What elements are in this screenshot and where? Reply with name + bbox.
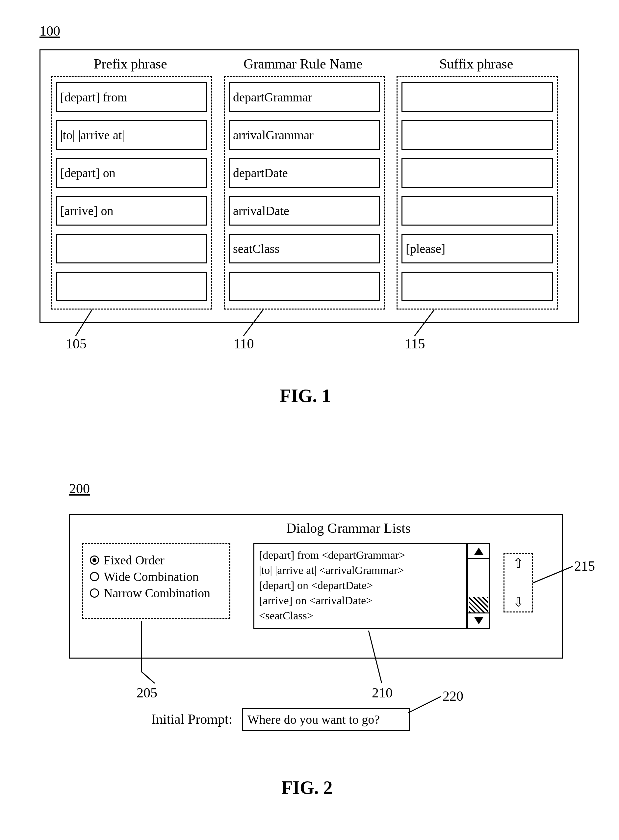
svg-line-6 bbox=[533, 566, 573, 583]
callout-205: 205 bbox=[136, 685, 157, 701]
prompt-label: Initial Prompt: bbox=[151, 711, 232, 727]
svg-line-4 bbox=[142, 672, 155, 683]
callout-210: 210 bbox=[372, 685, 393, 701]
prompt-input[interactable]: Where do you want to go? bbox=[242, 708, 410, 731]
callout-220: 220 bbox=[443, 688, 464, 704]
svg-line-7 bbox=[408, 696, 441, 713]
svg-line-5 bbox=[369, 630, 382, 683]
fig2-caption: FIG. 2 bbox=[281, 777, 333, 798]
callout-215: 215 bbox=[574, 558, 595, 574]
